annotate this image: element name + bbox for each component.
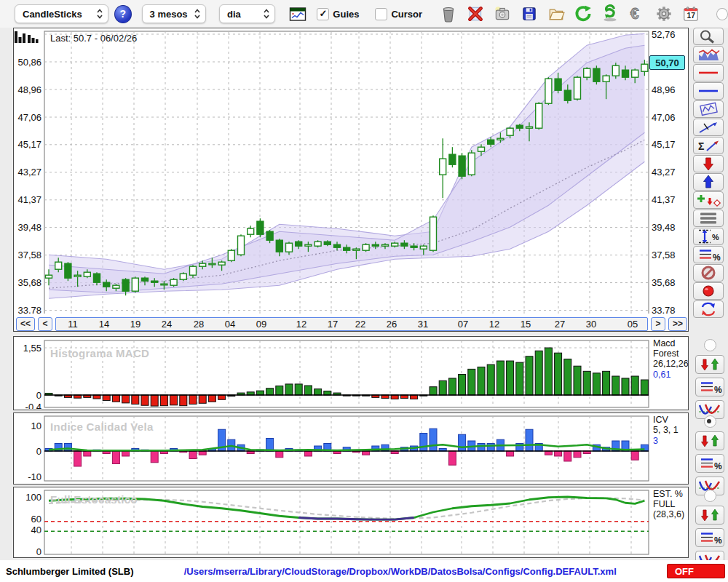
svg-text:100: 100 [25, 492, 41, 503]
macd-info: MacdForest26,12,26 0,61 [653, 338, 688, 380]
sync-button[interactable] [600, 4, 620, 24]
stochastic-watermark: Full Estocastico [50, 493, 138, 506]
chevron-updown-icon [194, 9, 201, 19]
timeframe-select[interactable]: dia [219, 4, 275, 23]
drawing-toolbar: Σ%% [693, 28, 724, 318]
sidebar-histogram-volume-button[interactable] [693, 46, 724, 63]
svg-text:%: % [712, 233, 719, 242]
stochastic-tool-group: % [693, 490, 727, 570]
add-signal-icon [695, 192, 721, 208]
timeframe-value: dia [227, 9, 241, 20]
open-icon [547, 4, 566, 23]
sidebar-trendline-button[interactable] [693, 119, 724, 136]
svg-text:1,55: 1,55 [23, 343, 41, 354]
sidebar-lines-percent-button[interactable]: % [693, 246, 724, 263]
sidebar-add-signal-button[interactable] [693, 191, 724, 209]
candlestick-chart[interactable]: 50,8648,9647,0645,1743,2741,3739,4837,58… [14, 28, 687, 314]
status-bar: Schlumberger Limited (SLB) /Users/mserra… [0, 560, 728, 582]
delete-button[interactable] [465, 4, 485, 24]
macd-panel-radio[interactable] [704, 339, 716, 351]
refresh-button[interactable] [573, 4, 593, 24]
date-label: 19 [130, 319, 141, 330]
icv-signal-arrows-button[interactable] [695, 431, 724, 450]
macd-lines-percent-button[interactable]: % [695, 378, 724, 396]
sidebar-record-button[interactable] [693, 282, 724, 300]
nav-prev-button[interactable]: < [38, 317, 52, 331]
disable-icon [695, 265, 721, 281]
calendar-button[interactable]: 17 [681, 4, 700, 24]
settings-button[interactable] [654, 4, 673, 24]
date-label: 24 [162, 319, 172, 330]
lines-percent-icon: % [697, 379, 723, 395]
svg-text:41,37: 41,37 [17, 194, 41, 205]
date-label: 07 [458, 319, 468, 330]
snapshot-button[interactable] [492, 4, 512, 24]
svg-text:60: 60 [31, 514, 41, 525]
nav-first-button[interactable]: << [16, 317, 35, 331]
date-label: 12 [296, 319, 306, 330]
cursor-checkbox[interactable]: Cursor [375, 8, 422, 20]
date-label: 12 [489, 319, 499, 330]
macd-signal-arrows-button[interactable] [695, 355, 724, 374]
sidebar-levels-button[interactable] [693, 210, 724, 227]
svg-text:41,37: 41,37 [652, 194, 676, 205]
sidebar-refresh-blue-red-button[interactable] [693, 300, 724, 318]
toolbar: CandleSticks ? 3 mesos dia ✓ Guies [0, 0, 728, 28]
period-select[interactable]: 3 mesos [142, 4, 206, 23]
date-label: 17 [328, 319, 338, 330]
settings-icon [654, 4, 673, 23]
svg-text:39,48: 39,48 [652, 222, 676, 233]
icv-lines-percent-button[interactable]: % [695, 454, 724, 473]
euro-button[interactable]: € [627, 4, 646, 24]
guies-checkbox[interactable]: ✓ Guies [317, 8, 359, 20]
svg-text:47,06: 47,06 [17, 112, 41, 123]
svg-text:0: 0 [36, 390, 41, 401]
svg-text:33,78: 33,78 [652, 305, 676, 314]
open-button[interactable] [546, 4, 566, 24]
sidebar-red-line-button[interactable] [693, 64, 724, 81]
trash-button[interactable] [438, 4, 458, 24]
svg-text:48,96: 48,96 [17, 84, 41, 95]
sidebar-range-percent-button[interactable]: % [693, 228, 724, 245]
sidebar-arrow-down-red-button[interactable] [693, 155, 724, 172]
last-price-label: Last: 50.7 - 06/02/26 [50, 33, 137, 44]
chart-type-select[interactable]: CandleSticks [15, 4, 108, 23]
off-toggle-button[interactable]: OFF [667, 564, 725, 578]
stoch-panel-radio[interactable] [704, 490, 716, 502]
sidebar-blue-line-button[interactable] [693, 82, 724, 100]
date-axis-strip[interactable]: 111419242804091217222631071215273005 [55, 317, 648, 331]
toolbar-icon-group: €17 [438, 4, 700, 24]
sidebar-zoom-button[interactable] [693, 28, 724, 45]
svg-text:-0,4: -0,4 [25, 402, 41, 409]
app-window: CandleSticks ? 3 mesos dia ✓ Guies [0, 0, 728, 582]
macd-panel: 1,550-0,4 Histograma MACD MacdForest26,1… [13, 336, 689, 410]
lines-percent-icon: % [697, 530, 723, 546]
sidebar-sum-trend-button[interactable]: Σ [693, 137, 724, 154]
mini-chart-button[interactable] [288, 4, 306, 24]
nav-next-button[interactable]: > [651, 317, 665, 331]
zoom-icon [695, 28, 721, 44]
refresh-icon [574, 4, 593, 23]
stoch-lines-percent-button[interactable]: % [695, 528, 724, 547]
stoch-signal-arrows-button[interactable] [695, 506, 724, 525]
sidebar-arrow-up-blue-button[interactable] [693, 173, 724, 191]
checkbox-empty-icon [375, 8, 387, 20]
help-button[interactable]: ? [114, 5, 131, 23]
sidebar-channel-button[interactable] [693, 100, 724, 118]
date-label: 26 [387, 319, 397, 330]
nav-last-button[interactable]: >> [668, 317, 687, 331]
svg-text:35,68: 35,68 [17, 277, 41, 288]
icv-panel-radio[interactable] [704, 415, 716, 428]
macd-watermark: Histograma MACD [50, 347, 149, 359]
svg-text:0: 0 [36, 446, 41, 457]
main-chart-radio[interactable] [716, 8, 728, 20]
save-button[interactable] [519, 4, 539, 24]
svg-text:45,17: 45,17 [652, 139, 676, 150]
date-label: 15 [521, 319, 531, 330]
svg-text:40: 40 [31, 525, 41, 535]
sidebar-disable-button[interactable] [693, 264, 724, 282]
svg-text:%: % [714, 385, 722, 395]
chart-type-value: CandleSticks [23, 9, 82, 20]
save-icon [520, 4, 539, 23]
sync-icon [601, 4, 620, 23]
